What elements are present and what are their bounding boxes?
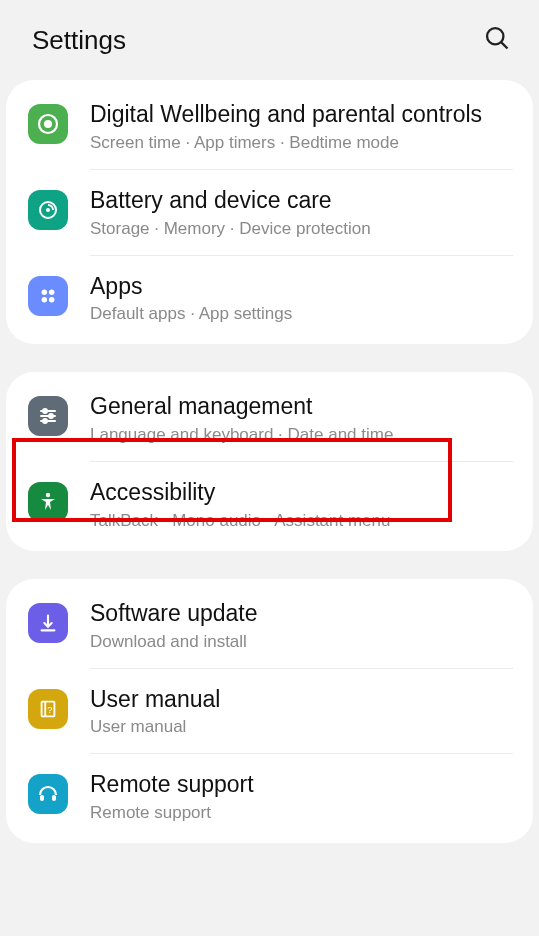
settings-row-general[interactable]: General management Language and keyboard… <box>6 376 533 461</box>
row-body: Remote support Remote support <box>90 770 513 823</box>
svg-point-8 <box>42 296 48 302</box>
row-title: Apps <box>90 272 513 301</box>
settings-row-wellbeing[interactable]: Digital Wellbeing and parental controls … <box>6 84 533 169</box>
accessibility-icon <box>28 482 68 522</box>
settings-group: Digital Wellbeing and parental controls … <box>6 80 533 344</box>
row-title: Accessibility <box>90 478 513 507</box>
row-body: Accessibility TalkBack · Mono audio · As… <box>90 478 513 531</box>
row-body: User manual User manual <box>90 685 513 738</box>
settings-row-remote[interactable]: Remote support Remote support <box>6 754 533 839</box>
settings-row-device-care[interactable]: Battery and device care Storage · Memory… <box>6 170 533 255</box>
settings-row-manual[interactable]: ? User manual User manual <box>6 669 533 754</box>
settings-row-apps[interactable]: Apps Default apps · App settings <box>6 256 533 341</box>
svg-point-9 <box>49 296 54 302</box>
svg-point-6 <box>42 289 48 295</box>
row-body: General management Language and keyboard… <box>90 392 513 445</box>
row-subtitle: Default apps · App settings <box>90 304 513 324</box>
row-title: Software update <box>90 599 513 628</box>
row-body: Battery and device care Storage · Memory… <box>90 186 513 239</box>
settings-group: Software update Download and install ? U… <box>6 579 533 843</box>
row-subtitle: Screen time · App timers · Bedtime mode <box>90 133 513 153</box>
search-button[interactable] <box>483 24 511 56</box>
row-body: Apps Default apps · App settings <box>90 272 513 325</box>
svg-point-15 <box>43 419 47 423</box>
row-subtitle: Storage · Memory · Device protection <box>90 219 513 239</box>
update-icon <box>28 603 68 643</box>
device-care-icon <box>28 190 68 230</box>
row-title: General management <box>90 392 513 421</box>
svg-point-5 <box>46 208 50 212</box>
row-title: Digital Wellbeing and parental controls <box>90 100 513 129</box>
row-subtitle: Download and install <box>90 632 513 652</box>
row-title: Remote support <box>90 770 513 799</box>
search-icon <box>483 24 511 52</box>
manual-icon: ? <box>28 689 68 729</box>
general-icon <box>28 396 68 436</box>
svg-rect-20 <box>40 795 44 801</box>
header: Settings <box>0 0 539 80</box>
page-title: Settings <box>32 25 126 56</box>
svg-point-3 <box>44 120 52 128</box>
row-subtitle: Remote support <box>90 803 513 823</box>
settings-group: General management Language and keyboard… <box>6 372 533 551</box>
svg-point-7 <box>49 289 54 295</box>
apps-icon <box>28 276 68 316</box>
svg-rect-21 <box>52 795 56 801</box>
row-subtitle: TalkBack · Mono audio · Assistant menu <box>90 511 513 531</box>
row-subtitle: User manual <box>90 717 513 737</box>
svg-text:?: ? <box>47 704 52 714</box>
row-title: User manual <box>90 685 513 714</box>
row-title: Battery and device care <box>90 186 513 215</box>
settings-row-accessibility[interactable]: Accessibility TalkBack · Mono audio · As… <box>6 462 533 547</box>
svg-point-0 <box>487 28 503 44</box>
row-body: Digital Wellbeing and parental controls … <box>90 100 513 153</box>
row-subtitle: Language and keyboard · Date and time <box>90 425 513 445</box>
remote-icon <box>28 774 68 814</box>
svg-line-1 <box>501 42 507 48</box>
svg-point-11 <box>43 409 47 413</box>
row-body: Software update Download and install <box>90 599 513 652</box>
settings-row-update[interactable]: Software update Download and install <box>6 583 533 668</box>
svg-point-16 <box>46 493 50 497</box>
svg-point-13 <box>49 414 53 418</box>
wellbeing-icon <box>28 104 68 144</box>
